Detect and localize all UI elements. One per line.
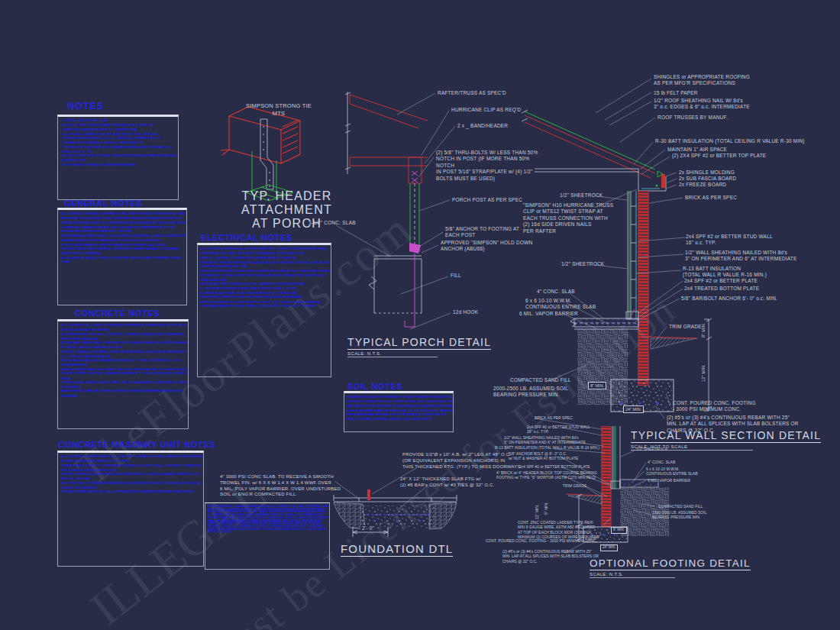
electrical-notes-header: ELECTRICAL NOTES	[201, 233, 292, 242]
label-hook: 12d HOOK	[453, 309, 478, 315]
dim-8-min: 8" MIN.	[701, 322, 706, 338]
label-bar-bolt: 5/8" BAR/BOLT ANCHOR 6'- 0" o.c. MIN.	[681, 296, 777, 302]
opt-label-trim-grade: TRIM GRADE	[563, 483, 586, 488]
concrete-notes-body: ALL CONCRETE SHALL DEVELOP A MINIMUM COM…	[58, 321, 189, 400]
label-wall-sheathing: 1/2" WALL SHEATHING NAILED WITH 8d's 3" …	[685, 250, 797, 263]
foundation-detail-drawing	[334, 489, 457, 537]
opt-dim-8-min: 8" MIN.	[544, 502, 548, 515]
general-notes-header: GENERAL NOTES	[64, 199, 142, 208]
simpson-part-label: SIMPSON STRONG TIE MTS	[229, 102, 328, 118]
badge-8-min: 8" MIN.	[588, 382, 606, 389]
opt-label-brick: BRICK AS PER SPEC	[535, 415, 573, 420]
opt-label-soil: 1500-2000 LB. ASSUMED SOIL BEARING PRESS…	[652, 510, 706, 520]
notes-body: 1. 4" THICK 3,000 PSI CONC. SLAB. 2. SLO…	[58, 117, 179, 169]
opt-label-brick-header: 4" BRICK w/ 4" HEADER BLOCK TOP COURSE B…	[496, 470, 597, 480]
electrical-notes-body: ALL ELECTRICAL WORK SHALL BE PERFORMED B…	[198, 245, 331, 311]
label-brick: BRICK AS PER SPEC	[685, 195, 737, 201]
opt-label-stud: 2x4 SPF #2 or BETTER STUD WALL 16" o.c. …	[527, 425, 590, 435]
fnd-label-thickened-ftg: 24" X 12" THICKENED SLAB FTG w/ (2) #5 B…	[400, 477, 494, 489]
cmu-notes-box: ALL CONCRETE MASONRY UNITS SHALL CONFORM…	[57, 451, 204, 567]
foundation-title: FOUNDATION DTL	[341, 542, 453, 555]
cmu-notes-continued-body: PROVIDE VERTICAL #5 REBAR GROUTED SOLID …	[205, 503, 330, 535]
label-roof-sheathing: 1/2" ROOF SHEATHING NAIL W/ 8d's 3" o.c.…	[654, 98, 750, 111]
opt-label-sheathing: 1/2" WALL SHEATHING NAILED WITH 8d's 3" …	[504, 435, 586, 445]
opt-dim-12-min: 12" MIN.	[535, 505, 539, 519]
label-wwm: 6 x 6 10-10 W.W.M. CONTINUOUS ENTIRE SLA…	[525, 298, 596, 311]
label-bottom-plate: 2x4 TREATED BOTTOM PLATE	[684, 286, 759, 292]
opt-label-r13: R-13 BATT INSULATION (TOTAL WALL R VALUE…	[495, 445, 599, 450]
label-simpson-h10: "SIMPSON" H10 HURRICANE TRUSS CLIP or MT…	[523, 202, 613, 234]
soil-notes-body: ASSUMED SOIL BEARING PRESSURE OF 2000 PS…	[344, 393, 454, 424]
electrical-notes-box: ALL ELECTRICAL WORK SHALL BE PERFORMED B…	[197, 243, 331, 377]
label-4in-slab: 4" CONC. SLAB	[537, 289, 575, 295]
label-fill: FILL	[451, 273, 461, 279]
opt-label-rebar: (2) #5's or (3) #4's CONTINUOUS REBAR WI…	[502, 549, 599, 564]
label-soil-bearing: 2000-2500 LB. ASSUMED SOIL BEARING PRESS…	[493, 386, 568, 399]
notes-header: NOTES	[67, 100, 104, 111]
label-shingles: SHINGLES or APPROPRIATE ROOFING AS PER M…	[654, 74, 750, 87]
label-roof-trusses: ROOF TRUSSES BY MANUF.	[657, 115, 728, 121]
concrete-notes-header: CONCRETE NOTES	[75, 309, 160, 318]
soil-notes-header: SOIL NOTES	[347, 382, 402, 391]
opt-badge-24-min: 24" MIN.	[600, 544, 618, 551]
simpson-tie-sketch	[221, 107, 300, 201]
label-sand-fill: COMPACTED SAND FILL	[510, 377, 571, 383]
soil-notes-box: ASSUMED SOIL BEARING PRESSURE OF 2000 PS…	[344, 391, 454, 432]
opt-label-ladder-reinf: CONT. ZINC COATED LADDER TYPE REIF. MIN …	[518, 520, 599, 539]
label-stud-wall: 2x4 SPF #2 or BETTER STUD WALL 16" o.c. …	[686, 234, 773, 247]
label-post-anchor: 5/8" ANCHOR TO FOOTING AT EACH POST	[445, 226, 519, 239]
opt-label-bottom-plate: 2x4 SPF #2 or BETTER BOTTOM PLATE	[519, 464, 590, 469]
label-vapor-barrier: 6 MIL. VAPOR BARRIER	[519, 311, 578, 317]
label-sheetrock-2: 1/2" SHEETROCK	[561, 261, 604, 267]
general-notes-body: ALL CONSTRUCTION SHALL CONFORM TO THE LA…	[58, 210, 187, 267]
label-top-plate: (2) 2X4 SPF #2 or BETTER TOP PLATE	[672, 153, 766, 159]
cmu-notes-continued-box: PROVIDE VERTICAL #5 REBAR GROUTED SOLID …	[205, 502, 330, 570]
label-hurricane-clip: HURRICANE CLIP AS REQ'D	[451, 107, 521, 113]
fnd-dim-2ft: 2'- 0"	[360, 525, 376, 531]
label-rafter: RAFTER/TRUSS AS SPEC'D	[438, 90, 506, 96]
label-r13: R-13 BATT INSULATION (TOTAL WALL R VALUE…	[683, 266, 767, 279]
opt-label-slab: 4" CONC. SLAB	[648, 460, 675, 464]
opt-label-sheetrock: 1/2" SHEETROCK	[636, 447, 667, 451]
wall-section-title: TYPICAL WALL SECTION DETAIL	[631, 429, 821, 441]
label-conc-slab: 3-1/2" CONC. SLAB	[309, 220, 356, 226]
opt-label-sand: COMPACTED SAND FILL	[658, 504, 703, 509]
general-notes-box: ALL CONSTRUCTION SHALL CONFORM TO THE LA…	[57, 208, 187, 305]
label-cont-footing: CONT. POURED CONC. FOOTING - 3000 PSI MI…	[673, 400, 755, 413]
porch-detail-scale: SCALE: N.T.S.	[347, 351, 438, 357]
concrete-notes-box: ALL CONCRETE SHALL DEVELOP A MINIMUM COM…	[57, 319, 189, 429]
cmu-notes-body: ALL CONCRETE MASONRY UNITS SHALL CONFORM…	[58, 453, 204, 496]
label-r30: R-30 BATT INSULATION (TOTAL CEILING R VA…	[655, 138, 816, 144]
label-band-header: 2 x _ BAND/HEADER	[457, 123, 508, 129]
cmu-notes-header: CONCRETE MASONRY UNIT NOTES	[58, 440, 215, 449]
opt-badge-8-min: 8" MIN.	[611, 527, 627, 534]
opt-label-vapor: 6 MIL. VAPOR BARRIER	[648, 478, 690, 483]
badge-24-min: 24" MIN.	[623, 405, 644, 413]
cad-sheet: ILLEGAL TheFloorPlans.com Must be Licens…	[0, 0, 840, 630]
label-sheetrock-1: 1/2" SHEETROCK	[560, 192, 603, 199]
fnd-label-slab: 4" 3000 PSI CONC SLAB. TO RECEIVE A SMOO…	[220, 474, 341, 498]
label-felt: 15 lb FELT PAPER	[654, 90, 698, 96]
label-porch-post: PORCH POST AS PER SPEC	[452, 197, 522, 203]
label-thru-bolts: (2) 5/8" THRU-BOLTS W/ LESS THAN 50% NOT…	[436, 150, 539, 182]
fnd-label-anchors: PROVIDE 1/2"Ø x 10" A.B. w/ 2" LEG AT 48…	[402, 452, 521, 470]
optional-footing-scale: SCALE: N.T.S.	[590, 572, 675, 578]
porch-detail-title: TYPICAL PORCH DETAIL	[347, 336, 491, 348]
opt-label-wwm: 6 x 6 10-10 W.W.M. CONTINUOUS ENTIRE SLA…	[646, 467, 698, 477]
label-freeze-board: 2x FREEZE BOARD	[679, 182, 726, 188]
optional-footing-title: OPTIONAL FOOTING DETAIL	[590, 557, 751, 569]
label-hold-down: APPROVED "SIMPSON" HOLD DOWN ANCHOR (ABU…	[441, 240, 532, 253]
label-plate: 2x4 SPF #2 or BETTER PLATE	[684, 278, 758, 284]
notes-box: 1. 4" THICK 3,000 PSI CONC. SLAB. 2. SLO…	[57, 115, 179, 200]
label-trim-grade: TRIM GRADE	[669, 324, 702, 330]
dim-12-min: 12" MIN.	[701, 364, 706, 382]
opt-label-footing: CONT. POURED CONC. FOOTING - 3000 PSI MI…	[486, 538, 597, 543]
